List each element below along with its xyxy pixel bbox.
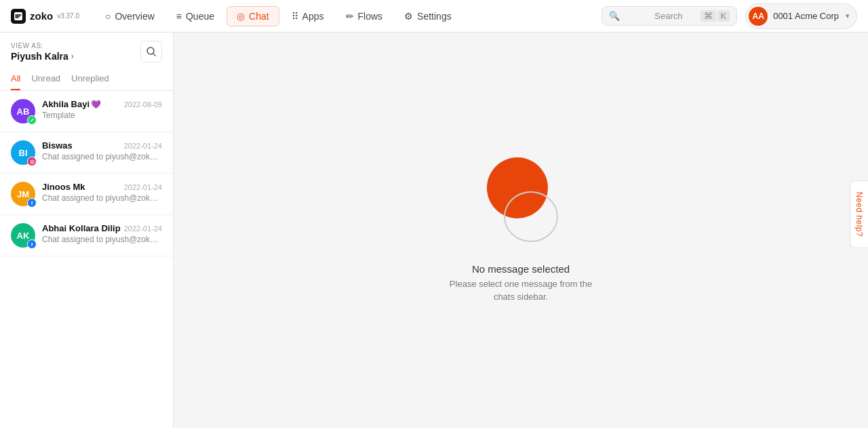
search-key: K: [717, 10, 730, 22]
account-name: 0001 Acme Corp: [773, 11, 839, 21]
avatar: BI ◎: [11, 140, 35, 165]
nav-item-label: Settings: [417, 11, 452, 22]
top-navigation: zoko v3.37.0 ○Overview≡Queue◎Chat⠿Apps✏F…: [0, 0, 868, 33]
chat-info: Biswas 2022-01-24 Chat assigned to piyus…: [42, 140, 162, 161]
view-as-label: VIEW AS:: [11, 42, 74, 50]
main-content: VIEW AS: Piyush Kalra › AllUnreadUnrepli…: [0, 33, 868, 428]
help-button[interactable]: Need help?: [850, 180, 868, 248]
chat-name: Abhai Kollara Dilip: [42, 223, 122, 233]
nav-item-overview[interactable]: ○Overview: [96, 7, 164, 26]
logo-icon: [11, 9, 26, 24]
view-as-name[interactable]: Piyush Kalra ›: [11, 51, 74, 62]
sidebar-header: VIEW AS: Piyush Kalra ›: [0, 33, 173, 68]
search-meta-key: ⌘: [701, 10, 716, 22]
nav-item-label: Flows: [358, 11, 383, 22]
flows-icon: ✏: [346, 11, 354, 22]
empty-illustration: [467, 157, 575, 252]
search-box[interactable]: 🔍 Search ⌘ K: [601, 6, 737, 26]
chat-bubble-outline: [504, 191, 558, 242]
nav-items: ○Overview≡Queue◎Chat⠿Apps✏Flows⚙Settings: [96, 6, 601, 26]
search-shortcut: ⌘ K: [701, 10, 730, 22]
chat-date: 2022-01-24: [124, 225, 162, 233]
chat-item[interactable]: JM f Jinoos Mk 2022-01-24 Chat assigned …: [0, 174, 173, 215]
chat-date: 2022-01-24: [124, 142, 162, 150]
logo[interactable]: zoko v3.37.0: [11, 9, 79, 24]
chat-preview: Chat assigned to piyush@zoko.io b...: [42, 235, 162, 244]
chat-heart: 💜: [91, 100, 101, 109]
avatar: AB ✓: [11, 99, 35, 123]
wa-icon: ✓: [27, 115, 37, 125]
chat-name: Jinoos Mk: [42, 182, 87, 192]
nav-item-flows[interactable]: ✏Flows: [336, 7, 393, 26]
apps-icon: ⠿: [292, 11, 298, 22]
logo-version: v3.37.0: [57, 12, 79, 20]
chat-date: 2022-01-24: [124, 183, 162, 191]
chat-item[interactable]: AB ✓ Akhila Bayi💜 2022-08-09 Template: [0, 91, 173, 132]
chat-preview: Chat assigned to piyush@zoko.io b...: [42, 193, 162, 203]
tab-unread[interactable]: Unread: [31, 68, 60, 90]
queue-icon: ≡: [176, 11, 182, 22]
main-panel: No message selected Please select one me…: [174, 33, 868, 428]
nav-item-label: Chat: [249, 11, 269, 22]
ig-icon: ◎: [27, 157, 37, 166]
nav-item-label: Overview: [115, 11, 154, 22]
nav-item-settings[interactable]: ⚙Settings: [395, 7, 461, 26]
fb-icon: f: [27, 198, 37, 208]
avatar: AA: [749, 7, 768, 26]
empty-subtitle: Please select one message from the chats…: [450, 277, 592, 304]
tab-unreplied[interactable]: Unreplied: [71, 68, 109, 90]
empty-title: No message selected: [450, 263, 592, 275]
chat-preview: Template: [42, 111, 162, 120]
chat-info: Akhila Bayi💜 2022-08-09 Template: [42, 99, 162, 120]
empty-state: No message selected Please select one me…: [450, 157, 592, 304]
avatar: AK f: [11, 223, 35, 248]
chat-list: AB ✓ Akhila Bayi💜 2022-08-09 Template BI…: [0, 91, 173, 428]
nav-item-label: Queue: [186, 11, 214, 22]
fb-icon: f: [27, 239, 37, 249]
chat-preview: Chat assigned to piyush@zoko.io b...: [42, 152, 162, 161]
nav-item-apps[interactable]: ⠿Apps: [282, 7, 334, 26]
sidebar-tabs: AllUnreadUnreplied: [0, 68, 173, 91]
chevron-right-icon: ›: [71, 52, 74, 61]
chat-date: 2022-08-09: [124, 100, 162, 109]
search-icon: 🔍: [609, 11, 649, 21]
settings-icon: ⚙: [404, 11, 413, 22]
chat-icon: ◎: [237, 11, 245, 22]
sidebar-search-button[interactable]: [140, 41, 162, 62]
nav-right: 🔍 Search ⌘ K AA 0001 Acme Corp ▾: [601, 3, 857, 29]
chat-info: Abhai Kollara Dilip 2022-01-24 Chat assi…: [42, 223, 162, 244]
nav-item-chat[interactable]: ◎Chat: [226, 6, 279, 26]
chevron-down-icon: ▾: [846, 12, 850, 20]
avatar: JM f: [11, 182, 35, 206]
nav-item-label: Apps: [302, 11, 324, 22]
sidebar: VIEW AS: Piyush Kalra › AllUnreadUnrepli…: [0, 33, 174, 428]
nav-item-queue[interactable]: ≡Queue: [167, 7, 224, 26]
search-placeholder: Search: [654, 11, 694, 21]
chat-info: Jinoos Mk 2022-01-24 Chat assigned to pi…: [42, 182, 162, 203]
chat-name: Biswas: [42, 140, 74, 151]
chat-item[interactable]: AK f Abhai Kollara Dilip 2022-01-24 Chat…: [0, 215, 173, 256]
overview-icon: ○: [105, 11, 111, 22]
chat-name: Akhila Bayi💜: [42, 99, 101, 109]
logo-text: zoko: [30, 10, 53, 22]
chat-item[interactable]: BI ◎ Biswas 2022-01-24 Chat assigned to …: [0, 132, 173, 174]
account-badge[interactable]: AA 0001 Acme Corp ▾: [745, 3, 857, 29]
view-as-section: VIEW AS: Piyush Kalra ›: [11, 42, 74, 62]
tab-all[interactable]: All: [11, 68, 20, 90]
